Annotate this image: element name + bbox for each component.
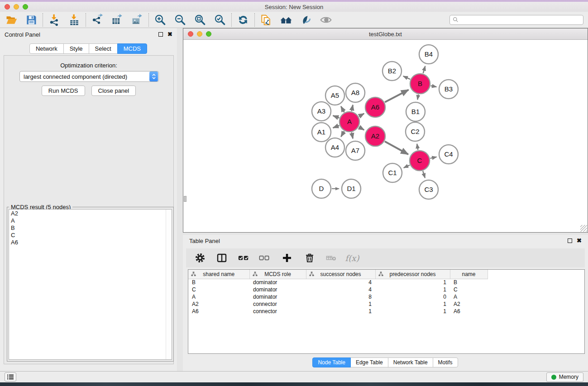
- export-network-icon[interactable]: [91, 13, 104, 27]
- mcds-result-item[interactable]: A2: [11, 210, 170, 217]
- resize-grip-icon[interactable]: [580, 225, 587, 232]
- task-history-button[interactable]: [5, 372, 16, 381]
- table-cell[interactable]: A2: [450, 300, 488, 308]
- graph-edge-B-B3[interactable]: [431, 86, 437, 86]
- table-cell[interactable]: 1: [375, 286, 450, 293]
- graph-edge-A6-B[interactable]: [385, 90, 408, 102]
- graph-edge-A-A8[interactable]: [352, 105, 353, 111]
- mcds-result-list[interactable]: A2ABCA6: [9, 209, 172, 360]
- column-header-predecessor-nodes[interactable]: predecessor nodes: [375, 270, 450, 279]
- tab-style[interactable]: Style: [63, 43, 89, 54]
- optimization-criterion-select[interactable]: largest connected component (directed): [19, 71, 159, 82]
- table-cell[interactable]: 8: [306, 293, 375, 300]
- delete-column-icon[interactable]: [302, 251, 317, 265]
- tab-network[interactable]: Network: [29, 43, 64, 54]
- table-cell[interactable]: connector: [249, 300, 306, 308]
- graph-edge-C-C3[interactable]: [423, 171, 425, 178]
- zoom-fit-icon[interactable]: [193, 13, 207, 27]
- table-cell[interactable]: dominator: [249, 279, 306, 286]
- table-row[interactable]: A2connector11A2: [188, 300, 584, 308]
- table-cell[interactable]: dominator: [249, 286, 306, 293]
- column-header-MCDS-role[interactable]: MCDS role: [249, 270, 306, 279]
- tab-mcds[interactable]: MCDS: [117, 43, 147, 54]
- table-row[interactable]: Bdominator41B: [188, 279, 584, 286]
- network-canvas[interactable]: B4B2BB3A8A5A6B1A3AA1C2A2A4A7C4CC1C3DD1: [183, 40, 588, 232]
- refresh-icon[interactable]: [236, 13, 250, 27]
- close-panel-button[interactable]: Close panel: [91, 86, 136, 96]
- mcds-result-item[interactable]: B: [11, 224, 170, 232]
- graph-edge-B-B2[interactable]: [403, 76, 410, 79]
- close-table-panel-icon[interactable]: ✖: [577, 238, 582, 243]
- mcds-result-item[interactable]: A6: [11, 239, 170, 246]
- column-header-successor-nodes[interactable]: successor nodes: [306, 270, 375, 279]
- tab-select[interactable]: Select: [89, 43, 118, 54]
- column-header-name[interactable]: name: [450, 270, 488, 279]
- node-table[interactable]: shared nameMCDS rolesuccessor nodesprede…: [188, 269, 585, 354]
- memory-button[interactable]: Memory: [546, 372, 583, 382]
- float-panel-icon[interactable]: [158, 32, 163, 37]
- deselect-all-checkboxes-icon[interactable]: [257, 251, 272, 265]
- table-cell[interactable]: A: [450, 293, 488, 300]
- import-network-icon[interactable]: [48, 13, 61, 27]
- run-mcds-button[interactable]: Run MCDS: [42, 86, 85, 96]
- add-column-icon[interactable]: [279, 251, 295, 265]
- column-header-shared-name[interactable]: shared name: [188, 270, 249, 279]
- table-cell[interactable]: 4: [306, 279, 375, 286]
- table-row[interactable]: A6connector11A6: [188, 308, 584, 315]
- import-table-icon[interactable]: [67, 13, 81, 27]
- tab-node-table[interactable]: Node Table: [312, 357, 351, 367]
- table-cell[interactable]: 1: [306, 300, 375, 308]
- home-icon[interactable]: [279, 13, 293, 27]
- table-cell[interactable]: A6: [188, 308, 249, 315]
- table-cell[interactable]: 1: [306, 308, 375, 315]
- graph-edge-C-C1[interactable]: [404, 165, 410, 168]
- graph-edge-A-A1[interactable]: [333, 125, 339, 128]
- table-cell[interactable]: connector: [249, 308, 306, 315]
- table-cell[interactable]: A2: [188, 300, 249, 308]
- zoom-out-icon[interactable]: [173, 13, 187, 27]
- tab-network-table[interactable]: Network Table: [388, 357, 433, 367]
- table-cell[interactable]: A: [188, 293, 249, 300]
- hide-style-icon[interactable]: [299, 13, 313, 27]
- mcds-result-item[interactable]: A: [11, 217, 170, 224]
- split-view-icon[interactable]: [214, 251, 229, 265]
- graph-edge-A-A5[interactable]: [341, 106, 344, 112]
- mcds-result-item[interactable]: C: [11, 232, 170, 239]
- graph-edge-A-A4[interactable]: [341, 131, 344, 137]
- tab-motifs[interactable]: Motifs: [433, 357, 458, 367]
- table-cell[interactable]: 0: [375, 293, 450, 300]
- table-row[interactable]: Adominator80A: [188, 293, 584, 300]
- zoom-in-icon[interactable]: [153, 13, 167, 27]
- table-row[interactable]: Cdominator41C: [188, 286, 584, 293]
- search-field[interactable]: [449, 15, 583, 25]
- open-session-icon[interactable]: [5, 13, 18, 27]
- table-cell[interactable]: A6: [450, 308, 488, 315]
- table-cell[interactable]: 1: [375, 300, 450, 308]
- eye-icon[interactable]: [319, 13, 333, 27]
- zoom-selected-icon[interactable]: [213, 13, 227, 27]
- table-cell[interactable]: dominator: [249, 293, 306, 300]
- close-panel-icon[interactable]: ✖: [167, 32, 172, 37]
- table-cell[interactable]: B: [188, 279, 249, 286]
- scrollbar-track[interactable]: [166, 210, 172, 359]
- table-cell[interactable]: 1: [375, 308, 450, 315]
- graph-edge-C-C2[interactable]: [417, 144, 418, 150]
- search-input[interactable]: [461, 17, 580, 23]
- float-table-panel-icon[interactable]: [568, 238, 572, 243]
- export-image-icon[interactable]: [130, 13, 144, 27]
- network-window-titlebar[interactable]: testGlobe.txt: [183, 29, 588, 40]
- table-cell[interactable]: B: [450, 279, 488, 286]
- select-all-checkboxes-icon[interactable]: [236, 251, 251, 265]
- graph-edge-A-A7[interactable]: [352, 133, 353, 139]
- export-table-icon[interactable]: [110, 13, 124, 27]
- table-cell[interactable]: 4: [306, 286, 375, 293]
- graph-edge-C-C4[interactable]: [430, 157, 436, 158]
- graph-edge-A2-C[interactable]: [385, 142, 408, 154]
- canvas-edge-handle[interactable]: [184, 196, 186, 202]
- graph-edge-A-A3[interactable]: [333, 116, 339, 118]
- gear-icon[interactable]: [192, 251, 208, 265]
- table-cell[interactable]: C: [450, 286, 488, 293]
- save-session-icon[interactable]: [24, 13, 38, 27]
- graph-edge-B-B4[interactable]: [423, 66, 425, 73]
- graph-edge-A-A6[interactable]: [359, 114, 364, 116]
